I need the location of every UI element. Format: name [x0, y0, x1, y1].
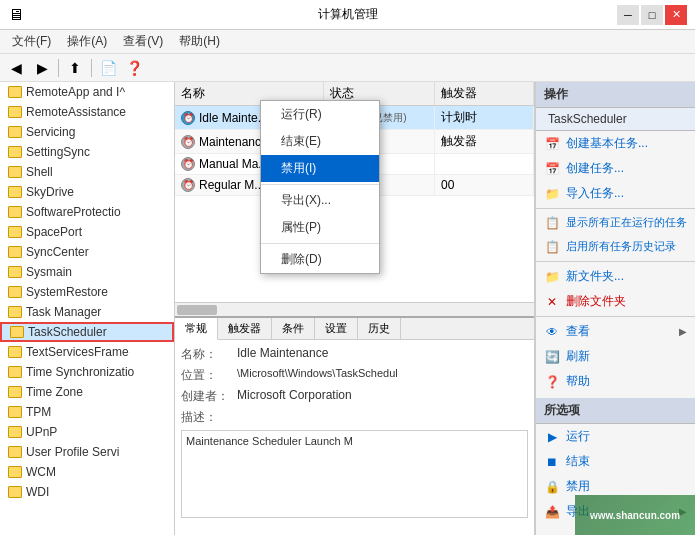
- action-view[interactable]: 👁 查看 ▶: [536, 319, 695, 344]
- folder-icon: [8, 266, 22, 278]
- action-end-task[interactable]: ⏹ 结束: [536, 449, 695, 474]
- right-divider: [536, 208, 695, 209]
- folder-icon: [8, 406, 22, 418]
- folder-icon: [8, 286, 22, 298]
- task-icon: ⏰: [181, 135, 195, 149]
- tree-item-sysmain[interactable]: Sysmain: [0, 262, 174, 282]
- tab-triggers[interactable]: 触发器: [218, 318, 272, 339]
- tree-item-timesync[interactable]: Time Synchronizatio: [0, 362, 174, 382]
- tree-item-timezone[interactable]: Time Zone: [0, 382, 174, 402]
- right-panel: 操作 TaskScheduler 📅 创建基本任务... 📅 创建任务... 📁…: [535, 82, 695, 535]
- tree-item-userprofile[interactable]: User Profile Servi: [0, 442, 174, 462]
- task-trigger-cell: 00: [434, 175, 533, 196]
- ctx-disable[interactable]: 禁用(I): [261, 155, 379, 182]
- new-folder-icon: 📁: [544, 269, 560, 285]
- tree-item-textservices[interactable]: TextServicesFrame: [0, 342, 174, 362]
- col-trigger[interactable]: 触发器: [434, 82, 533, 106]
- tree-item-upnp[interactable]: UPnP: [0, 422, 174, 442]
- tab-conditions[interactable]: 条件: [272, 318, 315, 339]
- folder-icon-import: 📁: [544, 186, 560, 202]
- location-label: 位置：: [181, 367, 231, 384]
- tree-item-softwareprotection[interactable]: SoftwareProtectio: [0, 202, 174, 222]
- action-import-task[interactable]: 📁 导入任务...: [536, 181, 695, 206]
- action-help[interactable]: ❓ 帮助: [536, 369, 695, 394]
- action-create-task[interactable]: 📅 创建任务...: [536, 156, 695, 181]
- right-divider-2: [536, 261, 695, 262]
- help-button[interactable]: ❓: [122, 57, 146, 79]
- taskscheduler-subtitle: TaskScheduler: [536, 108, 695, 131]
- tree-item-wcm[interactable]: WCM: [0, 462, 174, 482]
- folder-icon: [8, 126, 22, 138]
- ctx-properties[interactable]: 属性(P): [261, 214, 379, 241]
- action-create-basic-task[interactable]: 📅 创建基本任务...: [536, 131, 695, 156]
- action-show-running[interactable]: 📋 显示所有正在运行的任务: [536, 211, 695, 235]
- minimize-button[interactable]: ─: [617, 5, 639, 25]
- ctx-end[interactable]: 结束(E): [261, 128, 379, 155]
- tree-item-taskmanager[interactable]: Task Manager: [0, 302, 174, 322]
- tree-item-servicing[interactable]: Servicing: [0, 122, 174, 142]
- menu-file[interactable]: 文件(F): [4, 31, 59, 52]
- tree-item-spaceport[interactable]: SpacePort: [0, 222, 174, 242]
- tree-item-wdi[interactable]: WDI: [0, 482, 174, 502]
- folder-icon: [8, 446, 22, 458]
- bottom-info-area: 常规 触发器 条件 设置 历史 名称： Idle Maintenance 位置：…: [175, 316, 534, 526]
- back-button[interactable]: ◀: [4, 57, 28, 79]
- folder-icon: [8, 166, 22, 178]
- run-icon: ▶: [544, 429, 560, 445]
- list-icon: 📋: [544, 215, 560, 231]
- center-panel: 名称 状态 触发器 ⏰ Idle Mainte...: [175, 82, 535, 535]
- location-value: \Microsoft\Windows\TaskSchedul: [237, 367, 528, 384]
- folder-icon: [8, 246, 22, 258]
- tab-general[interactable]: 常规: [175, 318, 218, 340]
- title-bar-left: 🖥: [8, 6, 24, 24]
- menu-action[interactable]: 操作(A): [59, 31, 115, 52]
- task-trigger-cell: 计划时: [434, 106, 533, 130]
- menu-view[interactable]: 查看(V): [115, 31, 171, 52]
- folder-icon: [8, 146, 22, 158]
- ctx-separator: [261, 184, 379, 185]
- tab-settings[interactable]: 设置: [315, 318, 358, 339]
- ctx-run[interactable]: 运行(R): [261, 101, 379, 128]
- ctx-export[interactable]: 导出(X)...: [261, 187, 379, 214]
- task-trigger-cell: 触发器: [434, 130, 533, 154]
- tab-history[interactable]: 历史: [358, 318, 401, 339]
- tree-item-skydrive[interactable]: SkyDrive: [0, 182, 174, 202]
- properties-button[interactable]: 📄: [96, 57, 120, 79]
- folder-icon: [8, 306, 22, 318]
- task-icon: ⏰: [181, 178, 195, 192]
- action-delete-folder[interactable]: ✕ 删除文件夹: [536, 289, 695, 314]
- maximize-button[interactable]: □: [641, 5, 663, 25]
- window-controls: ─ □ ✕: [617, 5, 687, 25]
- menu-help[interactable]: 帮助(H): [171, 31, 228, 52]
- actions-title: 操作: [536, 82, 695, 108]
- tree-item-synccenter[interactable]: SyncCenter: [0, 242, 174, 262]
- tree-item-tpm[interactable]: TPM: [0, 402, 174, 422]
- up-button[interactable]: ⬆: [63, 57, 87, 79]
- scrollbar-thumb[interactable]: [177, 305, 217, 315]
- tree-item-settingsync[interactable]: SettingSync: [0, 142, 174, 162]
- action-new-folder[interactable]: 📁 新文件夹...: [536, 264, 695, 289]
- watermark-image: www.shancun.com: [575, 495, 695, 535]
- tree-item-shell[interactable]: Shell: [0, 162, 174, 182]
- folder-icon: [8, 186, 22, 198]
- action-refresh[interactable]: 🔄 刷新: [536, 344, 695, 369]
- folder-icon: [8, 426, 22, 438]
- tree-item-remoteapp[interactable]: RemoteApp and I^: [0, 82, 174, 102]
- ctx-separator-2: [261, 243, 379, 244]
- task-icon: ⏰: [181, 111, 195, 125]
- window-title: 计算机管理: [318, 6, 378, 23]
- forward-button[interactable]: ▶: [30, 57, 54, 79]
- creator-label: 创建者：: [181, 388, 231, 405]
- tree-item-taskscheduler[interactable]: TaskScheduler: [0, 322, 174, 342]
- action-enable-history[interactable]: 📋 启用所有任务历史记录: [536, 235, 695, 259]
- tree-item-remoteassistance[interactable]: RemoteAssistance: [0, 102, 174, 122]
- action-run-task[interactable]: ▶ 运行: [536, 424, 695, 449]
- horizontal-scrollbar[interactable]: [175, 302, 534, 316]
- ctx-delete[interactable]: 删除(D): [261, 246, 379, 273]
- toolbar: ◀ ▶ ⬆ 📄 ❓: [0, 54, 695, 82]
- folder-icon: [8, 386, 22, 398]
- tree-item-systemrestore[interactable]: SystemRestore: [0, 282, 174, 302]
- left-tree-panel: RemoteApp and I^ RemoteAssistance Servic…: [0, 82, 175, 535]
- info-tabs: 常规 触发器 条件 设置 历史: [175, 318, 534, 340]
- close-button[interactable]: ✕: [665, 5, 687, 25]
